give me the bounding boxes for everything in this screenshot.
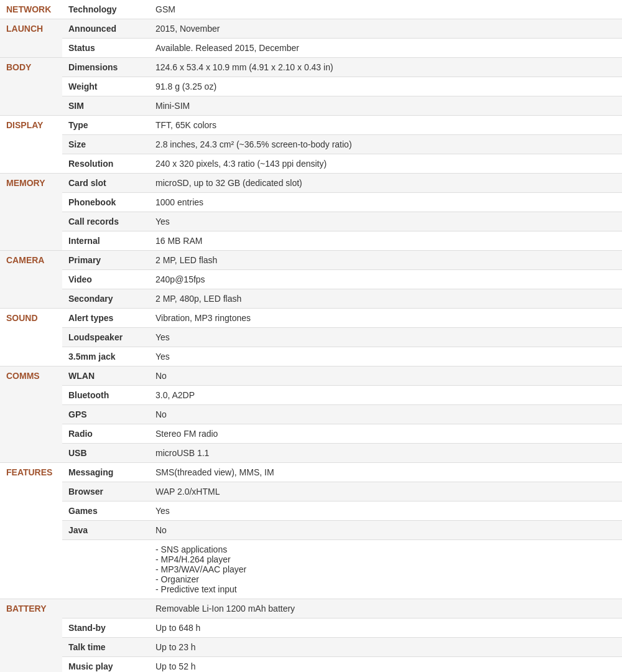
table-row: StatusAvailable. Released 2015, December xyxy=(0,39,622,58)
value-cell: GSM xyxy=(149,0,622,19)
value-cell: Up to 648 h xyxy=(149,618,622,638)
table-row: RadioStereo FM radio xyxy=(0,424,622,444)
label-cell xyxy=(62,540,149,599)
value-cell: Yes xyxy=(149,328,622,347)
value-cell: SMS(threaded view), MMS, IM xyxy=(149,463,622,482)
value-cell: No xyxy=(149,521,622,540)
table-row: Stand-byUp to 648 h xyxy=(0,618,622,638)
label-cell: USB xyxy=(62,444,149,463)
value-cell: Yes xyxy=(149,347,622,366)
label-cell: Music play xyxy=(62,657,149,673)
table-row: LoudspeakerYes xyxy=(0,328,622,347)
table-row: Music playUp to 52 h xyxy=(0,657,622,673)
category-cell: SOUND xyxy=(0,309,62,366)
category-cell: MEMORY xyxy=(0,174,62,251)
table-row: Internal16 MB RAM xyxy=(0,231,622,251)
table-row: COMMSWLANNo xyxy=(0,366,622,386)
table-row: DISPLAYTypeTFT, 65K colors xyxy=(0,116,622,135)
table-row: GPSNo xyxy=(0,405,622,424)
value-cell: Up to 52 h xyxy=(149,657,622,673)
table-row: Call recordsYes xyxy=(0,212,622,231)
table-row: Talk timeUp to 23 h xyxy=(0,638,622,657)
table-row: BrowserWAP 2.0/xHTML xyxy=(0,482,622,502)
category-cell: BATTERY xyxy=(0,599,62,673)
value-cell: 2 MP, LED flash xyxy=(149,251,622,270)
value-cell: Available. Released 2015, December xyxy=(149,39,622,58)
value-cell: Up to 23 h xyxy=(149,638,622,657)
table-row: Size2.8 inches, 24.3 cm² (~36.5% screen-… xyxy=(0,135,622,154)
table-row: Weight91.8 g (3.25 oz) xyxy=(0,77,622,96)
value-cell: WAP 2.0/xHTML xyxy=(149,482,622,502)
label-cell: Browser xyxy=(62,482,149,502)
value-cell: 3.0, A2DP xyxy=(149,386,622,405)
value-cell: 1000 entries xyxy=(149,193,622,212)
table-row: Secondary2 MP, 480p, LED flash xyxy=(0,289,622,309)
label-cell: Card slot xyxy=(62,174,149,193)
label-cell: Secondary xyxy=(62,289,149,309)
table-row: MEMORYCard slotmicroSD, up to 32 GB (ded… xyxy=(0,174,622,193)
value-cell: 16 MB RAM xyxy=(149,231,622,251)
value-cell: No xyxy=(149,405,622,424)
label-cell: Phonebook xyxy=(62,193,149,212)
label-cell: Internal xyxy=(62,231,149,251)
label-cell: Call records xyxy=(62,212,149,231)
value-cell: Vibration, MP3 ringtones xyxy=(149,309,622,328)
table-row: BODYDimensions124.6 x 53.4 x 10.9 mm (4.… xyxy=(0,58,622,77)
table-row: USBmicroUSB 1.1 xyxy=(0,444,622,463)
label-cell: Size xyxy=(62,135,149,154)
value-cell: microUSB 1.1 xyxy=(149,444,622,463)
label-cell: Radio xyxy=(62,424,149,444)
label-cell: Announced xyxy=(62,19,149,39)
value-cell: 2015, November xyxy=(149,19,622,39)
value-cell: TFT, 65K colors xyxy=(149,116,622,135)
category-cell: LAUNCH xyxy=(0,19,62,58)
table-row: FEATURESMessagingSMS(threaded view), MMS… xyxy=(0,463,622,482)
table-row: CAMERAPrimary2 MP, LED flash xyxy=(0,251,622,270)
label-cell: Technology xyxy=(62,0,149,19)
value-cell: Yes xyxy=(149,212,622,231)
category-cell: FEATURES xyxy=(0,463,62,599)
label-cell: Bluetooth xyxy=(62,386,149,405)
value-cell: - SNS applications- MP4/H.264 player- MP… xyxy=(149,540,622,599)
value-cell: No xyxy=(149,366,622,386)
table-row: NETWORKTechnologyGSM xyxy=(0,0,622,19)
label-cell: Loudspeaker xyxy=(62,328,149,347)
value-cell: Removable Li-Ion 1200 mAh battery xyxy=(149,599,622,618)
label-cell: Messaging xyxy=(62,463,149,482)
value-cell: 240p@15fps xyxy=(149,270,622,289)
table-row: 3.5mm jackYes xyxy=(0,347,622,366)
value-cell: 91.8 g (3.25 oz) xyxy=(149,77,622,96)
table-row: Phonebook1000 entries xyxy=(0,193,622,212)
value-cell: 240 x 320 pixels, 4:3 ratio (~143 ppi de… xyxy=(149,154,622,174)
category-cell: BODY xyxy=(0,58,62,116)
value-cell: 124.6 x 53.4 x 10.9 mm (4.91 x 2.10 x 0.… xyxy=(149,58,622,77)
table-row: BATTERYRemovable Li-Ion 1200 mAh battery xyxy=(0,599,622,618)
label-cell: Stand-by xyxy=(62,618,149,638)
label-cell: Talk time xyxy=(62,638,149,657)
label-cell: Status xyxy=(62,39,149,58)
table-row: JavaNo xyxy=(0,521,622,540)
table-row: GamesYes xyxy=(0,502,622,521)
label-cell: Games xyxy=(62,502,149,521)
category-cell: NETWORK xyxy=(0,0,62,19)
label-cell: Java xyxy=(62,521,149,540)
label-cell: Resolution xyxy=(62,154,149,174)
label-cell xyxy=(62,599,149,618)
table-row: Video240p@15fps xyxy=(0,270,622,289)
table-row: LAUNCHAnnounced2015, November xyxy=(0,19,622,39)
label-cell: SIM xyxy=(62,96,149,116)
spec-table: NETWORKTechnologyGSMLAUNCHAnnounced2015,… xyxy=(0,0,622,672)
label-cell: Primary xyxy=(62,251,149,270)
label-cell: 3.5mm jack xyxy=(62,347,149,366)
value-cell: 2 MP, 480p, LED flash xyxy=(149,289,622,309)
value-cell: 2.8 inches, 24.3 cm² (~36.5% screen-to-b… xyxy=(149,135,622,154)
value-cell: Stereo FM radio xyxy=(149,424,622,444)
table-row: Bluetooth3.0, A2DP xyxy=(0,386,622,405)
value-cell: microSD, up to 32 GB (dedicated slot) xyxy=(149,174,622,193)
table-row: SOUNDAlert typesVibration, MP3 ringtones xyxy=(0,309,622,328)
table-row: - SNS applications- MP4/H.264 player- MP… xyxy=(0,540,622,599)
category-cell: COMMS xyxy=(0,366,62,463)
table-row: Resolution240 x 320 pixels, 4:3 ratio (~… xyxy=(0,154,622,174)
label-cell: Video xyxy=(62,270,149,289)
table-row: SIMMini-SIM xyxy=(0,96,622,116)
